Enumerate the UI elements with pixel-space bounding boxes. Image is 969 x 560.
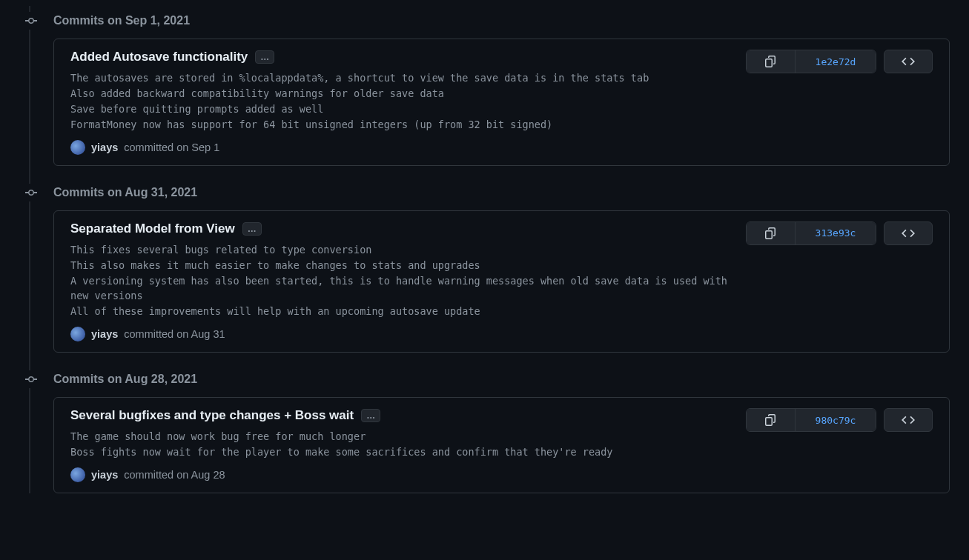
commit-author-link[interactable]: yiays: [91, 469, 118, 481]
commit-title-row: Several bugfixes and type changes + Boss…: [70, 408, 734, 423]
commit-main: Separated Model from View … This fixes s…: [54, 211, 746, 353]
commit-card: Added Autosave functionality … The autos…: [53, 39, 950, 166]
sha-button-group: 980c79c: [746, 408, 876, 432]
commit-main: Several bugfixes and type changes + Boss…: [54, 398, 746, 493]
commit-timeline: Commits on Sep 1, 2021 Added Autosave fu…: [0, 6, 969, 493]
commit-meta: yiays committed on Sep 1: [70, 140, 734, 155]
code-icon: [902, 413, 915, 427]
commit-dot-icon: [19, 370, 43, 388]
commit-actions: 313e93c: [746, 211, 949, 353]
commit-description: This fixes several bugs related to type …: [70, 242, 734, 320]
commit-description: The autosaves are stored in %localappdat…: [70, 70, 734, 133]
commit-sha-link[interactable]: 1e2e72d: [796, 50, 876, 73]
commit-dot-icon: [19, 12, 43, 30]
commit-dot-icon: [19, 184, 43, 201]
commit-group-date: Commits on Aug 28, 2021: [53, 373, 197, 386]
commit-card: Several bugfixes and type changes + Boss…: [53, 397, 950, 493]
commit-meta: yiays committed on Aug 28: [70, 467, 734, 482]
code-icon: [902, 55, 915, 68]
commit-group-date: Commits on Sep 1, 2021: [53, 14, 190, 27]
sha-button-group: 313e93c: [746, 221, 876, 245]
commit-author-link[interactable]: yiays: [91, 328, 118, 340]
commit-description: The game should now work bug free for mu…: [70, 429, 734, 460]
commit-sha-link[interactable]: 313e93c: [796, 222, 876, 244]
commit-group-header: Commits on Sep 1, 2021: [19, 6, 969, 36]
commit-group-header: Commits on Aug 28, 2021: [19, 364, 969, 394]
commit-group-date: Commits on Aug 31, 2021: [53, 186, 197, 199]
timeline-line: [29, 6, 30, 493]
expand-description-button[interactable]: …: [361, 409, 380, 422]
code-icon: [902, 227, 915, 240]
commit-title-row: Added Autosave functionality …: [70, 50, 734, 64]
copy-icon: [765, 56, 777, 67]
expand-description-button[interactable]: …: [255, 50, 274, 64]
copy-sha-button[interactable]: [747, 50, 796, 73]
copy-icon: [765, 414, 777, 426]
browse-code-button[interactable]: [884, 50, 933, 73]
copy-icon: [765, 227, 777, 239]
commit-time-text: committed on Aug 31: [124, 328, 225, 340]
sha-button-group: 1e2e72d: [746, 50, 876, 73]
avatar[interactable]: [70, 467, 85, 482]
commit-group-header: Commits on Aug 31, 2021: [19, 178, 969, 207]
commit-time-text: committed on Aug 28: [124, 469, 225, 481]
commit-title-link[interactable]: Separated Model from View: [70, 221, 235, 236]
copy-sha-button[interactable]: [747, 222, 796, 244]
browse-code-button[interactable]: [884, 408, 933, 432]
commit-title-link[interactable]: Added Autosave functionality: [70, 50, 248, 64]
commit-title-link[interactable]: Several bugfixes and type changes + Boss…: [70, 408, 354, 423]
commit-title-row: Separated Model from View …: [70, 221, 734, 236]
commit-author-link[interactable]: yiays: [91, 141, 118, 153]
copy-sha-button[interactable]: [747, 409, 796, 431]
avatar[interactable]: [70, 140, 85, 155]
browse-code-button[interactable]: [884, 221, 933, 245]
commit-meta: yiays committed on Aug 31: [70, 327, 734, 341]
expand-description-button[interactable]: …: [242, 222, 262, 236]
commit-time-text: committed on Sep 1: [124, 141, 219, 153]
commit-main: Added Autosave functionality … The autos…: [54, 39, 746, 165]
commit-actions: 980c79c: [746, 398, 949, 493]
commit-actions: 1e2e72d: [746, 39, 949, 165]
commit-card: Separated Model from View … This fixes s…: [53, 210, 950, 353]
avatar[interactable]: [70, 327, 85, 341]
commit-sha-link[interactable]: 980c79c: [796, 409, 876, 431]
